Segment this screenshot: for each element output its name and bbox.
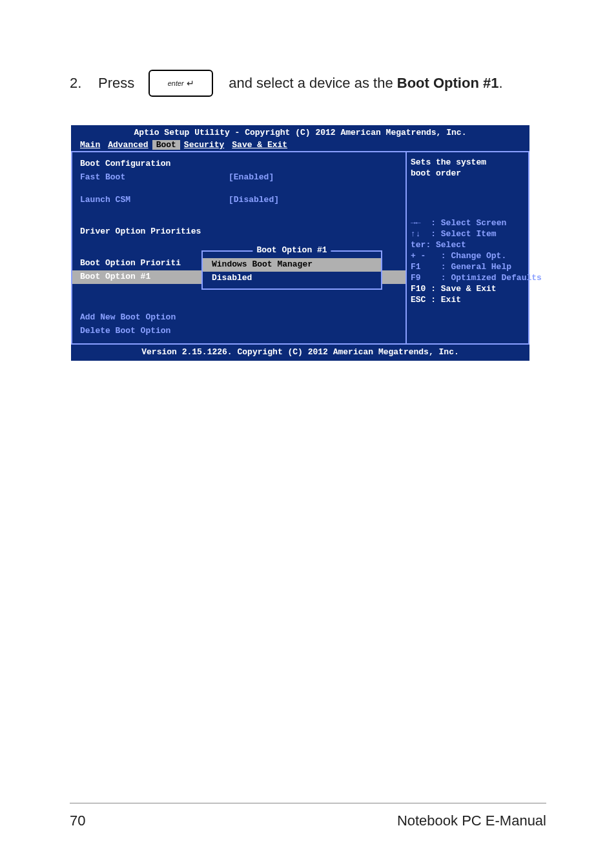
tab-main[interactable]: Main — [76, 140, 104, 150]
page-number: 70 — [70, 812, 85, 829]
enter-glyph-icon: ↵ — [187, 78, 194, 88]
popup-item-disabled[interactable]: Disabled — [203, 272, 381, 285]
manual-title: Notebook PC E-Manual — [397, 812, 546, 829]
step-number: 2. — [70, 75, 84, 92]
fast-boot-value: [Enabled] — [229, 172, 274, 183]
help-sets: Sets the system — [411, 157, 524, 168]
page-footer: 70 Notebook PC E-Manual — [70, 803, 546, 829]
add-new-boot-label: Add New Boot Option — [80, 312, 229, 323]
launch-csm-label: Launch CSM — [80, 195, 229, 206]
fast-boot-row[interactable]: Fast Boot [Enabled] — [72, 171, 406, 185]
tab-security[interactable]: Security — [180, 140, 228, 150]
help-boot-order: boot order — [411, 168, 524, 179]
boot-config-title: Boot Configuration — [72, 157, 406, 171]
tab-boot[interactable]: Boot — [152, 140, 180, 150]
help-f10: F10 : Save & Exit — [411, 284, 524, 295]
instruction-prefix: Press — [98, 75, 134, 92]
boot-option-bold: Boot Option #1 — [397, 75, 499, 91]
launch-csm-value: [Disabled] — [229, 195, 279, 206]
delete-boot-row[interactable]: Delete Boot Option — [72, 325, 406, 338]
help-general: F1 : General Help — [411, 262, 524, 273]
boot-option-popup: Boot Option #1 Windows Boot Manager Disa… — [201, 250, 382, 289]
fast-boot-label: Fast Boot — [80, 172, 229, 183]
bios-header: Aptio Setup Utility - Copyright (C) 2012… — [71, 125, 529, 140]
bios-tab-bar: MainAdvancedBootSecuritySave & Exit — [71, 140, 529, 152]
help-enter-select: ter: Select — [411, 240, 524, 251]
bios-help-pane: Sets the system boot order →← : Select S… — [407, 151, 529, 344]
bios-left-pane: Boot Configuration Fast Boot [Enabled] L… — [71, 151, 407, 344]
help-esc: ESC : Exit — [411, 295, 524, 306]
help-select-item: ↑↓ : Select Item — [411, 229, 524, 240]
launch-csm-row[interactable]: Launch CSM [Disabled] — [72, 194, 406, 207]
tab-advanced[interactable]: Advanced — [104, 140, 152, 150]
instruction-rest: and select a device as the Boot Option #… — [229, 75, 502, 92]
enter-key-icon: enter ↵ — [149, 70, 213, 97]
instruction-line: 2. Press enter ↵ and select a device as … — [70, 70, 546, 97]
bios-footer: Version 2.15.1226. Copyright (C) 2012 Am… — [71, 345, 529, 361]
bios-screenshot: Aptio Setup Utility - Copyright (C) 2012… — [71, 125, 529, 361]
popup-item-windows[interactable]: Windows Boot Manager — [203, 258, 381, 271]
help-opt-def: F9 : Optimized Defaults — [411, 273, 524, 284]
driver-priorities-title: Driver Option Priorities — [72, 225, 406, 239]
bios-body: Boot Configuration Fast Boot [Enabled] L… — [71, 151, 529, 344]
key-label: enter — [168, 79, 184, 87]
add-new-boot-row[interactable]: Add New Boot Option — [72, 311, 406, 325]
tab-save-exit[interactable]: Save & Exit — [228, 140, 291, 150]
help-change-opt: + - : Change Opt. — [411, 251, 524, 262]
delete-boot-label: Delete Boot Option — [80, 326, 229, 337]
popup-title: Boot Option #1 — [252, 245, 331, 255]
help-select-screen: →← : Select Screen — [411, 218, 524, 229]
